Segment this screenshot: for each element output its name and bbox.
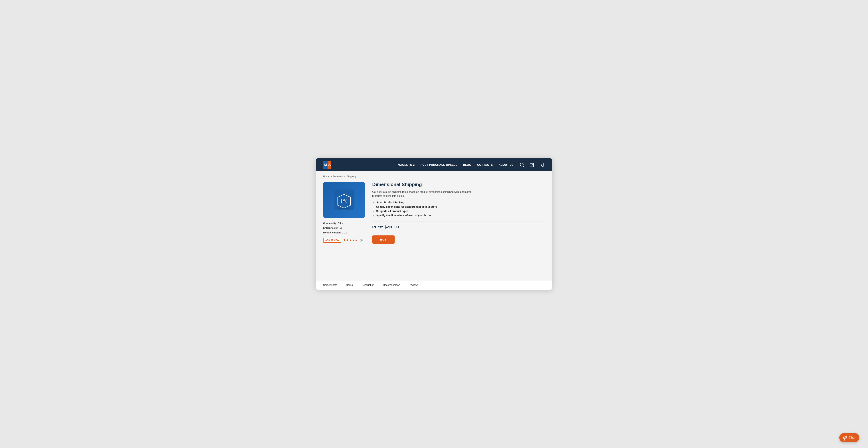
- nav-item-contacts[interactable]: CONTACTS: [477, 163, 493, 166]
- community-value: 2.4.X: [338, 222, 343, 225]
- nav-links: MAGENTO 2 POST PURCHASE UPSELL BLOG CONT…: [398, 163, 514, 167]
- module-version-value: 1.2.9: [342, 231, 347, 234]
- product-layout: Community: 2.4.X Enterprise: 2.4.X Modul…: [323, 182, 545, 249]
- nav-icons: [519, 162, 545, 168]
- feature-4: Specify the dimensions of each of your b…: [376, 214, 545, 217]
- logo[interactable]: M S: [323, 161, 331, 169]
- review-row: ADD REVIEW ★★★★★ (3): [323, 238, 365, 243]
- svg-line-1: [523, 166, 524, 167]
- chat-label: Chat: [849, 436, 855, 439]
- bottom-tabs: Screenshots Demo Description Documentati…: [316, 280, 552, 290]
- enterprise-value: 2.4.X: [336, 227, 342, 229]
- divider-top: [372, 221, 545, 221]
- breadcrumb: Home > Dimensional Shipping: [323, 175, 545, 178]
- login-icon: [539, 163, 544, 167]
- chat-button[interactable]: Chat: [839, 433, 859, 442]
- breadcrumb-home[interactable]: Home: [323, 175, 330, 178]
- feature-1: Smart Product Packing: [376, 201, 545, 204]
- login-button[interactable]: [538, 162, 545, 168]
- product-title: Dimensional Shipping: [372, 182, 545, 187]
- logo-m: M: [323, 161, 328, 169]
- svg-point-14: [845, 438, 845, 438]
- review-count: (3): [360, 239, 363, 242]
- product-sidebar: Community: 2.4.X Enterprise: 2.4.X Modul…: [323, 182, 365, 243]
- nav-item-post-purchase[interactable]: POST PURCHASE UPSELL: [421, 163, 458, 166]
- svg-point-0: [520, 163, 523, 166]
- buy-button[interactable]: BUY: [372, 235, 395, 244]
- search-button[interactable]: [519, 162, 525, 168]
- breadcrumb-current: Dimensional Shipping: [333, 175, 356, 178]
- feature-3: Supports all product types: [376, 210, 545, 213]
- tab-screenshots[interactable]: Screenshots: [323, 283, 337, 287]
- product-image: [323, 182, 365, 218]
- chat-icon: [844, 436, 846, 439]
- add-review-button[interactable]: ADD REVIEW: [323, 238, 341, 243]
- feature-2: Specify dimensions for each product in y…: [376, 205, 545, 208]
- tab-reviews[interactable]: Reviews: [409, 283, 418, 287]
- cart-icon: [529, 163, 534, 167]
- stars: ★★★★★: [343, 238, 358, 242]
- module-version-label: Module Version:: [323, 231, 341, 234]
- nav-bar: M S MAGENTO 2 POST PURCHASE UPSELL BLOG …: [316, 158, 552, 171]
- price-row: Price: $200.00: [372, 225, 545, 230]
- price-label: Price:: [372, 225, 383, 229]
- search-icon: [520, 163, 524, 167]
- divider-bottom: [372, 232, 545, 232]
- tab-documentation[interactable]: Documentation: [383, 283, 400, 287]
- cart-button[interactable]: [528, 162, 535, 168]
- nav-item-about[interactable]: ABOUT US: [499, 163, 514, 166]
- chat-bubble-icon: [843, 436, 847, 440]
- product-main: Dimensional Shipping Get accurate live s…: [372, 182, 545, 249]
- enterprise-label: Enterprise:: [323, 227, 336, 229]
- feature-list: Smart Product Packing Specify dimensions…: [372, 201, 545, 217]
- logo-s: S: [328, 161, 331, 169]
- breadcrumb-separator: >: [331, 175, 332, 178]
- price-value: $200.00: [384, 225, 399, 229]
- svg-point-13: [845, 438, 845, 438]
- community-label: Community:: [323, 222, 337, 225]
- svg-point-11: [339, 207, 349, 209]
- svg-point-15: [846, 438, 846, 438]
- product-description: Get accurate live shipping rates based o…: [372, 190, 474, 198]
- page-body: Home > Dimensional Shipping: [316, 171, 552, 280]
- product-icon: [332, 188, 356, 212]
- tab-demo[interactable]: Demo: [346, 283, 353, 287]
- meta-info: Community: 2.4.X Enterprise: 2.4.X Modul…: [323, 221, 365, 235]
- tab-description[interactable]: Description: [362, 283, 374, 287]
- svg-point-10: [344, 201, 344, 202]
- nav-item-blog[interactable]: BLOG: [463, 163, 471, 166]
- nav-item-magento2[interactable]: MAGENTO 2: [398, 163, 414, 166]
